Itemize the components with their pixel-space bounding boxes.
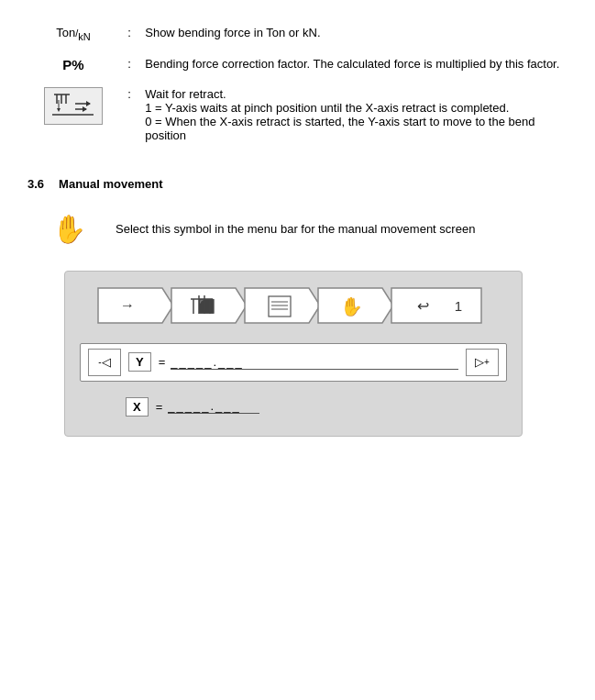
retract-icon: [44, 87, 103, 125]
retract-row: : Wait for retract. 1 = Y-axis waits at …: [28, 80, 567, 150]
p-percent-colon: :: [119, 50, 139, 80]
menu-bar: → ⬛ ✋ ↩ 1: [80, 286, 507, 325]
ton-kn-description: Show bending force in Ton or kN.: [139, 18, 567, 50]
ton-kn-row: Ton/kN : Show bending force in Ton or kN…: [28, 18, 567, 50]
svg-marker-10: [83, 106, 87, 112]
hand-symbol-cell: ✋: [28, 206, 110, 252]
y-equals: =: [159, 355, 166, 369]
x-label: X: [126, 397, 149, 417]
svg-marker-5: [57, 108, 61, 112]
retract-colon: :: [119, 80, 139, 150]
svg-text:✋: ✋: [340, 295, 363, 317]
p-percent-symbol: P%: [62, 57, 83, 72]
x-value: _____.___: [168, 399, 259, 414]
manual-movement-table: ✋ Select this symbol in the menu bar for…: [28, 206, 567, 252]
svg-rect-21: [269, 296, 291, 317]
svg-text:→: →: [120, 297, 135, 313]
menu-bar-svg: → ⬛ ✋ ↩ 1: [80, 286, 507, 325]
svg-text:⬛: ⬛: [198, 298, 215, 315]
symbol-table: Ton/kN : Show bending force in Ton or kN…: [28, 18, 567, 150]
btn-plus-right[interactable]: ▷+: [466, 349, 499, 376]
manual-description: Select this symbol in the menu bar for t…: [110, 206, 567, 252]
ton-kn-symbol: Ton/kN: [56, 26, 90, 39]
y-label: Y: [128, 352, 151, 372]
ton-kn-colon: :: [119, 18, 139, 50]
svg-marker-11: [98, 288, 173, 323]
retract-desc-line1: Wait for retract.: [145, 87, 226, 101]
section-header: 3.6 Manual movement: [28, 177, 567, 191]
retract-icon-svg: [50, 91, 97, 118]
retract-desc-line3: 0 = When the X-axis retract is started, …: [145, 115, 534, 142]
svg-marker-8: [86, 101, 91, 106]
y-value: _____.___: [171, 355, 458, 370]
retract-desc-line2: 1 = Y-axis waits at pinch position until…: [145, 101, 509, 115]
retract-description: Wait for retract. 1 = Y-axis waits at pi…: [139, 80, 567, 150]
section-title: Manual movement: [59, 177, 162, 191]
svg-text:↩: ↩: [417, 298, 429, 314]
screen-mockup: → ⬛ ✋ ↩ 1 -◁: [64, 271, 523, 437]
hand-icon: ✋: [33, 213, 105, 245]
p-percent-row: P% : Bending force correction factor. Th…: [28, 50, 567, 80]
svg-marker-27: [391, 288, 481, 323]
manual-desc-row: ✋ Select this symbol in the menu bar for…: [28, 206, 567, 252]
retract-symbol-cell: [28, 80, 119, 150]
x-axis-row: X = _____.___: [80, 393, 507, 421]
p-percent-symbol-cell: P%: [28, 50, 119, 80]
p-percent-description: Bending force correction factor. The cal…: [139, 50, 567, 80]
ton-kn-symbol-cell: Ton/kN: [28, 18, 119, 50]
btn-minus-left[interactable]: -◁: [88, 349, 121, 376]
y-axis-row: -◁ Y = _____.___ ▷+: [80, 343, 507, 382]
section-number: 3.6: [28, 177, 44, 191]
x-equals: =: [156, 400, 163, 414]
svg-text:1: 1: [455, 298, 462, 314]
